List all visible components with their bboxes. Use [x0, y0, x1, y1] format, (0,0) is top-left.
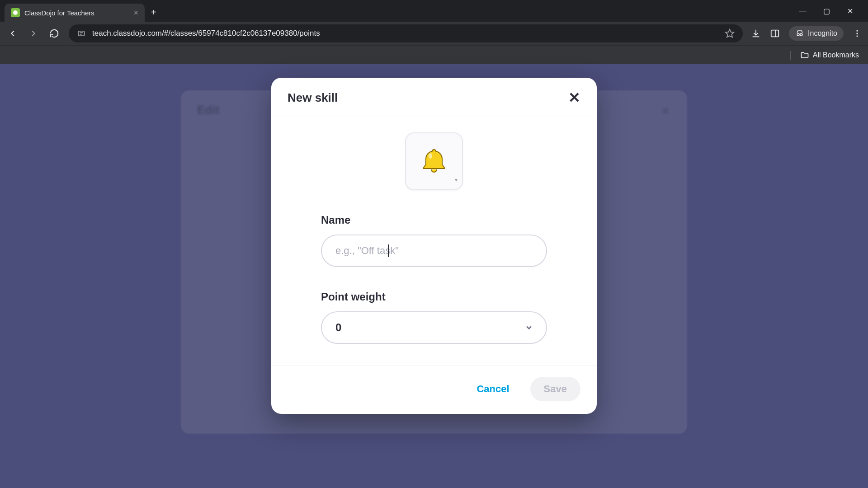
modal-title: New skill [288, 91, 338, 105]
close-window-button[interactable]: ✕ [845, 7, 854, 15]
name-label: Name [321, 214, 547, 226]
tab-title: ClassDojo for Teachers [24, 9, 129, 17]
incognito-label: Incognito [808, 29, 837, 38]
svg-point-6 [856, 33, 858, 34]
bookmarks-bar: | All Bookmarks [0, 45, 868, 64]
browser-chrome: ClassDojo for Teachers × + — ▢ ✕ teach.c… [0, 0, 868, 64]
address-row: teach.classdojo.com/#/classes/65974c810c… [0, 22, 868, 45]
skill-icon-picker[interactable]: ▾ [405, 132, 463, 190]
close-icon[interactable]: ✕ [568, 90, 580, 105]
page-content: Edit × New skill ✕ ▾ Name [0, 64, 868, 488]
favicon-icon [11, 8, 20, 17]
name-group: Name [321, 214, 547, 267]
svg-point-8 [429, 153, 432, 159]
site-info-icon[interactable] [77, 29, 86, 38]
downloads-icon[interactable] [751, 28, 761, 38]
text-cursor [388, 244, 389, 257]
toolbar-right: Incognito [751, 26, 862, 41]
svg-rect-2 [771, 30, 779, 37]
cancel-button[interactable]: Cancel [468, 378, 517, 400]
bookmarks-separator: | [790, 50, 792, 60]
svg-point-4 [800, 33, 802, 36]
save-button[interactable]: Save [530, 377, 580, 401]
point-weight-label: Point weight [321, 291, 547, 303]
tab-bar: ClassDojo for Teachers × + — ▢ ✕ [0, 0, 868, 22]
all-bookmarks-label: All Bookmarks [813, 51, 859, 59]
svg-rect-0 [78, 31, 84, 36]
chevron-down-icon: ▾ [455, 177, 458, 183]
svg-point-5 [856, 30, 858, 32]
point-weight-select[interactable]: 0 [321, 311, 547, 344]
menu-icon[interactable] [853, 29, 862, 38]
forward-button[interactable] [27, 27, 40, 40]
new-tab-button[interactable]: + [151, 7, 156, 18]
new-skill-modal: New skill ✕ ▾ Name Point weight [271, 78, 597, 414]
window-controls: — ▢ ✕ [798, 7, 863, 15]
browser-tab[interactable]: ClassDojo for Teachers × [5, 4, 145, 22]
modal-footer: Cancel Save [271, 366, 597, 414]
back-button[interactable] [6, 27, 19, 40]
incognito-chip[interactable]: Incognito [789, 26, 844, 41]
point-weight-group: Point weight 0 [321, 291, 547, 344]
skill-name-input[interactable] [321, 235, 547, 267]
reload-button[interactable] [48, 27, 61, 40]
bookmark-star-icon[interactable] [725, 28, 735, 38]
modal-body: ▾ Name Point weight 0 [271, 116, 597, 366]
minimize-button[interactable]: — [798, 7, 807, 15]
point-weight-value: 0 [335, 321, 341, 334]
folder-icon [800, 51, 809, 60]
close-tab-icon[interactable]: × [133, 8, 138, 18]
modal-header: New skill ✕ [271, 78, 597, 116]
address-bar[interactable]: teach.classdojo.com/#/classes/65974c810c… [69, 24, 743, 42]
maximize-button[interactable]: ▢ [822, 7, 831, 15]
sidepanel-icon[interactable] [770, 28, 780, 38]
bell-icon [420, 147, 448, 176]
svg-marker-1 [726, 29, 734, 37]
url-text: teach.classdojo.com/#/classes/65974c810c… [92, 29, 718, 38]
svg-point-3 [797, 33, 799, 36]
all-bookmarks-button[interactable]: All Bookmarks [800, 51, 859, 60]
svg-point-7 [856, 35, 858, 37]
incognito-icon [795, 29, 804, 38]
